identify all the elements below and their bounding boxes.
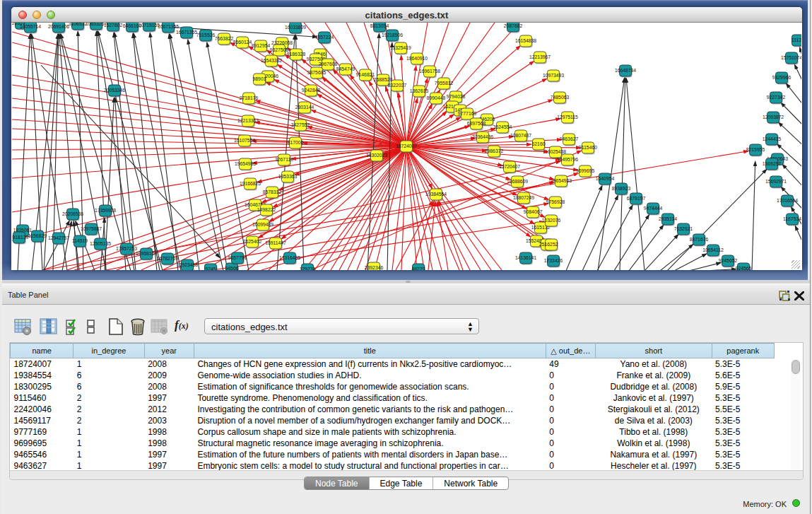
svg-text:1156829: 1156829 xyxy=(28,233,47,238)
svg-text:9146821: 9146821 xyxy=(356,72,375,77)
svg-text:8578312: 8578312 xyxy=(263,189,282,194)
svg-text:9227342: 9227342 xyxy=(767,95,786,100)
svg-text:16543382: 16543382 xyxy=(261,58,282,63)
svg-text:1498222: 1498222 xyxy=(257,207,276,212)
svg-text:3624554: 3624554 xyxy=(493,124,512,129)
svg-text:2967608: 2967608 xyxy=(319,62,338,66)
svg-text:10025438: 10025438 xyxy=(545,149,566,154)
svg-text:8322037: 8322037 xyxy=(388,83,407,88)
svg-text:3875685: 3875685 xyxy=(307,70,326,75)
svg-text:7632621: 7632621 xyxy=(674,226,693,231)
svg-text:1733426: 1733426 xyxy=(544,258,563,263)
svg-text:8454749: 8454749 xyxy=(336,66,355,71)
svg-text:3918139: 3918139 xyxy=(12,235,28,240)
svg-text:15751074: 15751074 xyxy=(781,55,801,60)
svg-text:8813054: 8813054 xyxy=(370,23,389,28)
svg-text:7625402: 7625402 xyxy=(243,239,262,244)
svg-text:16671355: 16671355 xyxy=(176,30,197,35)
svg-text:15692971: 15692971 xyxy=(765,179,787,184)
svg-text:16099489: 16099489 xyxy=(252,222,273,227)
svg-text:9777169: 9777169 xyxy=(458,111,477,116)
svg-text:3267110: 3267110 xyxy=(275,157,293,162)
svg-text:2986372: 2986372 xyxy=(485,148,504,153)
svg-text:1032076: 1032076 xyxy=(542,218,561,223)
svg-text:16961758: 16961758 xyxy=(419,69,440,74)
svg-text:17316485: 17316485 xyxy=(279,255,300,260)
svg-text:9463627: 9463627 xyxy=(560,136,579,141)
svg-text:9327508: 9327508 xyxy=(270,47,289,52)
svg-text:1244415: 1244415 xyxy=(763,136,782,141)
svg-text:9474444: 9474444 xyxy=(644,206,663,211)
svg-text:9115460: 9115460 xyxy=(579,145,597,150)
svg-text:15720407: 15720407 xyxy=(499,164,520,169)
svg-text:9699695: 9699695 xyxy=(576,168,595,173)
svg-text:20206536: 20206536 xyxy=(62,211,83,216)
svg-text:12213967: 12213967 xyxy=(529,54,551,59)
svg-text:9245652: 9245652 xyxy=(719,258,738,263)
svg-text:9084067: 9084067 xyxy=(524,209,543,214)
svg-text:114519: 114519 xyxy=(72,238,88,243)
svg-text:8912954: 8912954 xyxy=(252,43,271,48)
svg-text:2803144: 2803144 xyxy=(295,105,314,110)
svg-text:14055714: 14055714 xyxy=(20,24,41,29)
svg-text:3106532: 3106532 xyxy=(69,23,88,26)
svg-text:7485063: 7485063 xyxy=(551,95,570,100)
svg-text:8990448: 8990448 xyxy=(427,95,446,100)
svg-text:10975887: 10975887 xyxy=(81,226,102,231)
svg-text:12505135: 12505135 xyxy=(90,241,111,246)
svg-text:18640910: 18640910 xyxy=(406,56,428,61)
svg-text:1569297: 1569297 xyxy=(763,161,782,166)
svg-text:17359928: 17359928 xyxy=(95,208,116,213)
svg-text:129234: 129234 xyxy=(300,267,316,270)
svg-text:19218506: 19218506 xyxy=(382,33,403,37)
svg-text:20691406: 20691406 xyxy=(48,24,69,29)
svg-text:19654923: 19654923 xyxy=(551,178,572,183)
svg-text:10973493: 10973493 xyxy=(543,73,564,78)
svg-text:20053346: 20053346 xyxy=(104,88,125,93)
svg-text:8660124: 8660124 xyxy=(233,40,252,45)
svg-text:7955812: 7955812 xyxy=(435,81,454,86)
svg-text:9245: 9245 xyxy=(205,267,216,270)
svg-text:18302023: 18302023 xyxy=(366,153,387,158)
svg-text:924565: 924565 xyxy=(736,266,752,270)
svg-text:16648784: 16648784 xyxy=(615,68,636,73)
svg-text:16107554: 16107554 xyxy=(234,138,255,143)
svg-text:1353363: 1353363 xyxy=(278,174,298,179)
svg-text:9329966: 9329966 xyxy=(772,75,792,80)
svg-text:15495796: 15495796 xyxy=(557,157,578,162)
svg-text:2935114: 2935114 xyxy=(659,216,677,221)
svg-text:10719155: 10719155 xyxy=(139,23,160,28)
svg-text:19384554: 19384554 xyxy=(425,192,447,197)
svg-text:10958107: 10958107 xyxy=(136,251,157,256)
svg-text:1640954: 1640954 xyxy=(596,176,615,181)
svg-text:8186328: 8186328 xyxy=(287,52,306,57)
svg-text:1527602: 1527602 xyxy=(104,23,123,28)
svg-text:16911447: 16911447 xyxy=(265,240,286,245)
svg-text:16252: 16252 xyxy=(545,242,558,247)
svg-text:16671355: 16671355 xyxy=(158,24,179,29)
svg-text:9756928: 9756928 xyxy=(546,199,565,204)
svg-text:8471676: 8471676 xyxy=(690,237,709,242)
svg-text:8215955: 8215955 xyxy=(746,147,765,152)
svg-text:817006: 817006 xyxy=(288,140,304,145)
svg-text:2718176: 2718176 xyxy=(240,95,259,100)
svg-text:19654985: 19654985 xyxy=(235,161,256,166)
svg-text:12942757: 12942757 xyxy=(48,235,69,240)
svg-text:7857224: 7857224 xyxy=(315,35,334,40)
svg-text:10807487: 10807487 xyxy=(510,133,531,138)
svg-text:9657791: 9657791 xyxy=(228,255,247,260)
svg-text:20364436: 20364436 xyxy=(472,134,493,139)
svg-text:11123: 11123 xyxy=(792,37,801,42)
svg-text:17016504: 17016504 xyxy=(777,198,798,203)
svg-text:2588520: 2588520 xyxy=(374,77,393,82)
svg-text:12975115: 12975115 xyxy=(557,115,578,119)
svg-text:9794028: 9794028 xyxy=(447,94,466,99)
svg-text:19166825: 19166825 xyxy=(240,181,261,186)
svg-text:3427552: 3427552 xyxy=(291,122,310,127)
svg-text:1167534: 1167534 xyxy=(783,216,801,221)
svg-text:1362615: 1362615 xyxy=(410,88,429,93)
svg-text:7663822: 7663822 xyxy=(215,36,234,41)
svg-text:2392346: 2392346 xyxy=(365,265,384,270)
svg-text:10688609: 10688609 xyxy=(507,179,528,184)
svg-text:12923468: 12923468 xyxy=(177,262,198,267)
